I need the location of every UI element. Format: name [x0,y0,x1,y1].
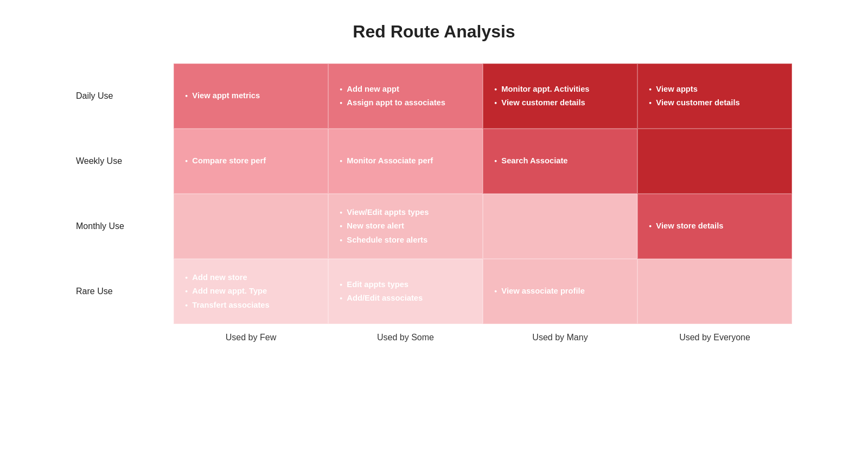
cell-item: Compare store perf [185,156,317,166]
cell-item: View appts [649,84,781,94]
grid-cell-r2-c2 [483,194,637,259]
cell-item: Search Associate [494,156,626,166]
cell-item: Add new store [185,272,317,283]
row-label-weekly-use: Weekly Use [76,129,174,194]
cell-item: Schedule store alerts [340,235,471,245]
grid-cell-r3-c2: View associate profile [483,259,637,324]
cell-item: Assign appt to associates [340,98,471,108]
cell-item: Add new appt. Type [185,286,317,296]
cell-item: Monitor Associate perf [340,156,471,166]
row-label-rare-use: Rare Use [76,259,174,324]
cell-item: Add/Edit associates [340,293,471,303]
cell-item: Add new appt [340,84,471,94]
grid-cell-r0-c1: Add new apptAssign appt to associates [328,63,483,129]
cell-item: New store alert [340,221,471,231]
grid-cell-r0-c2: Monitor appt. ActivitiesView customer de… [483,63,637,129]
grid-cell-r2-c1: View/Edit appts typesNew store alertSche… [328,194,483,259]
grid-cell-r1-c3 [637,129,792,194]
cell-item: View/Edit appts types [340,207,471,218]
page-title: Red Route Analysis [353,22,515,42]
cell-item: View customer details [494,98,626,108]
cell-item: View customer details [649,98,781,108]
grid-cell-r2-c3: View store details [637,194,792,259]
grid-cell-r2-c0 [174,194,328,259]
grid-cell-r1-c0: Compare store perf [174,129,328,194]
grid-cell-r1-c1: Monitor Associate perf [328,129,483,194]
grid-cell-r3-c0: Add new storeAdd new appt. TypeTransfert… [174,259,328,324]
cell-item: View appt metrics [185,91,317,101]
cell-item: View store details [649,221,781,231]
col-footer-2: Used by Many [483,324,637,346]
grid-cell-r0-c3: View apptsView customer details [637,63,792,129]
col-footer-0: Used by Few [174,324,328,346]
grid-cell-r3-c3 [637,259,792,324]
cell-item: Edit appts types [340,280,471,290]
cell-item: Transfert associates [185,300,317,310]
grid-cell-r1-c2: Search Associate [483,129,637,194]
row-label-daily-use: Daily Use [76,63,174,129]
grid-cell-r3-c1: Edit appts typesAdd/Edit associates [328,259,483,324]
col-footer-3: Used by Everyone [637,324,792,346]
col-footer-1: Used by Some [328,324,483,346]
cell-item: View associate profile [494,286,626,296]
footer-spacer [76,324,174,346]
analysis-grid: Daily UseView appt metricsAdd new apptAs… [76,63,792,346]
grid-cell-r0-c0: View appt metrics [174,63,328,129]
cell-item: Monitor appt. Activities [494,84,626,94]
row-label-monthly-use: Monthly Use [76,194,174,259]
